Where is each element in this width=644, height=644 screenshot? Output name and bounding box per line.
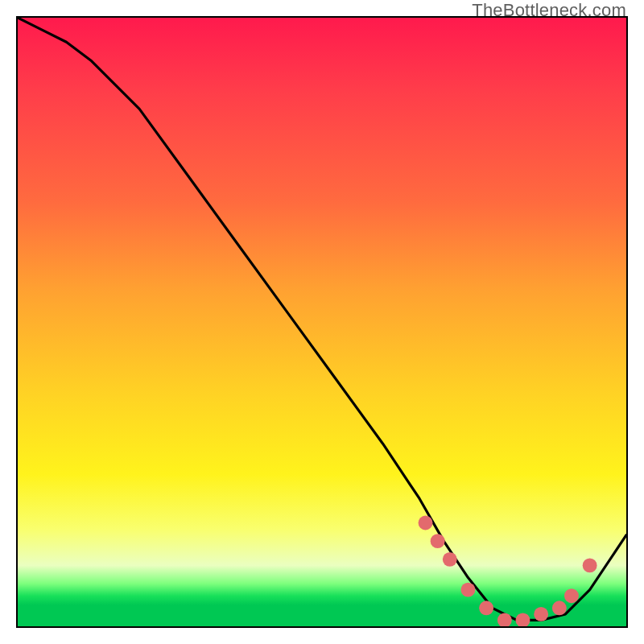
plot-area: [16, 16, 628, 628]
chart-stage: TheBottleneck.com: [0, 0, 644, 644]
gradient-background: [18, 18, 626, 626]
